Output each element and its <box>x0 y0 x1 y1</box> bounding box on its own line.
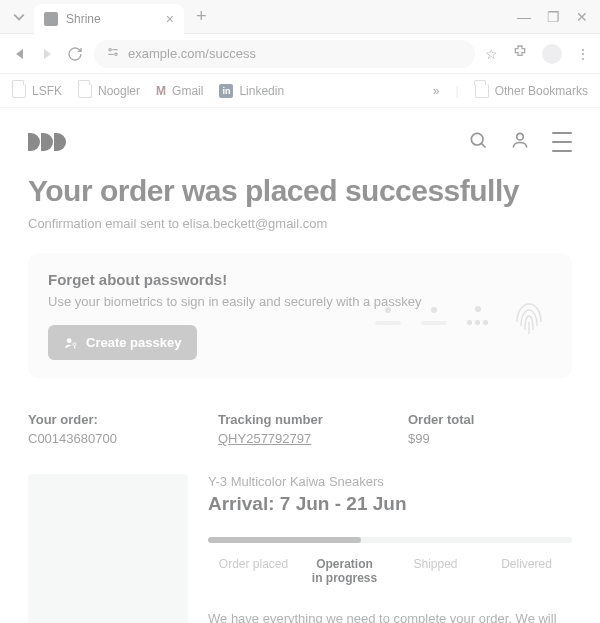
svg-point-6 <box>517 133 524 140</box>
passkey-title: Forget about passwords! <box>48 271 552 288</box>
passkey-icon <box>64 336 78 350</box>
folder-icon <box>475 84 489 98</box>
passkey-illustration <box>375 292 550 340</box>
folder-icon <box>12 84 26 98</box>
minimize-icon[interactable]: — <box>517 9 531 25</box>
kebab-menu-icon[interactable]: ⋮ <box>576 46 590 62</box>
folder-icon <box>78 84 92 98</box>
url-text: example.com/success <box>128 46 256 61</box>
fingerprint-icon <box>508 292 550 340</box>
extensions-icon[interactable] <box>512 44 528 63</box>
stage-delivered: Delivered <box>481 557 572 585</box>
bookmark-linkedin[interactable]: inLinkedin <box>219 84 284 98</box>
browser-tab[interactable]: Shrine × <box>34 4 184 34</box>
svg-point-0 <box>109 49 111 51</box>
passkey-prompt: Forget about passwords! Use your biometr… <box>28 253 572 378</box>
reload-button[interactable] <box>66 45 84 63</box>
bookmark-noogler[interactable]: Noogler <box>78 84 140 98</box>
browser-titlebar: Shrine × + — ❐ ✕ <box>0 0 600 34</box>
tab-favicon <box>44 12 58 26</box>
tracking-link[interactable]: QHY257792797 <box>218 431 398 446</box>
progress-fill <box>208 537 361 543</box>
arrival-window: Arrival: 7 Jun - 21 Jun <box>208 493 572 515</box>
svg-point-8 <box>73 342 76 345</box>
order-total-value: $99 <box>408 431 572 446</box>
create-passkey-button[interactable]: Create passkey <box>48 325 197 360</box>
confirmation-text: Confirmation email sent to elisa.beckett… <box>28 216 572 231</box>
forward-button[interactable] <box>38 45 56 63</box>
tab-close-icon[interactable]: × <box>166 11 174 27</box>
shipment-progress <box>208 537 572 543</box>
total-label: Order total <box>408 412 572 427</box>
account-icon[interactable] <box>510 130 530 154</box>
profile-avatar[interactable] <box>542 44 562 64</box>
tracking-label: Tracking number <box>218 412 398 427</box>
new-tab-button[interactable]: + <box>188 6 215 27</box>
shipment-stages: Order placed Operation in progress Shipp… <box>208 557 572 585</box>
svg-point-2 <box>115 53 117 55</box>
stage-shipped: Shipped <box>390 557 481 585</box>
page-title: Your order was placed successfully <box>28 174 572 208</box>
bookmark-star-icon[interactable]: ☆ <box>485 46 498 62</box>
page-content: Your order was placed successfully Confi… <box>0 108 600 623</box>
bookmarks-overflow-icon[interactable]: » <box>433 84 440 98</box>
gmail-icon: M <box>156 84 166 98</box>
order-id-value: C00143680700 <box>28 431 208 446</box>
linkedin-icon: in <box>219 84 233 98</box>
bookmarks-bar: LSFK Noogler MGmail inLinkedin » | Other… <box>0 74 600 108</box>
site-header <box>28 124 572 160</box>
brand-logo[interactable] <box>28 133 66 151</box>
svg-point-7 <box>67 338 72 343</box>
order-id-label: Your order: <box>28 412 208 427</box>
order-summary: Your order: Tracking number Order total … <box>28 412 572 446</box>
back-button[interactable] <box>10 45 28 63</box>
product-thumbnail <box>28 474 188 623</box>
svg-point-4 <box>471 133 483 145</box>
svg-line-5 <box>481 143 485 147</box>
bookmark-gmail[interactable]: MGmail <box>156 84 203 98</box>
maximize-icon[interactable]: ❐ <box>547 9 560 25</box>
shipment-update-text: We have everything we need to complete y… <box>208 609 568 623</box>
tab-title: Shrine <box>66 12 101 26</box>
stage-placed: Order placed <box>208 557 299 585</box>
hamburger-menu-icon[interactable] <box>552 132 572 152</box>
address-bar[interactable]: example.com/success <box>94 40 475 68</box>
search-icon[interactable] <box>468 130 488 154</box>
tab-search-dropdown[interactable] <box>8 6 30 28</box>
shipment-details: Y-3 Multicolor Kaiwa Sneakers Arrival: 7… <box>28 474 572 623</box>
stage-in-progress: Operation in progress <box>299 557 390 585</box>
other-bookmarks[interactable]: Other Bookmarks <box>475 84 588 98</box>
browser-toolbar: example.com/success ☆ ⋮ <box>0 34 600 74</box>
bookmark-lsfk[interactable]: LSFK <box>12 84 62 98</box>
product-name: Y-3 Multicolor Kaiwa Sneakers <box>208 474 572 489</box>
window-controls: — ❐ ✕ <box>517 9 592 25</box>
close-window-icon[interactable]: ✕ <box>576 9 588 25</box>
site-settings-icon[interactable] <box>106 45 120 62</box>
